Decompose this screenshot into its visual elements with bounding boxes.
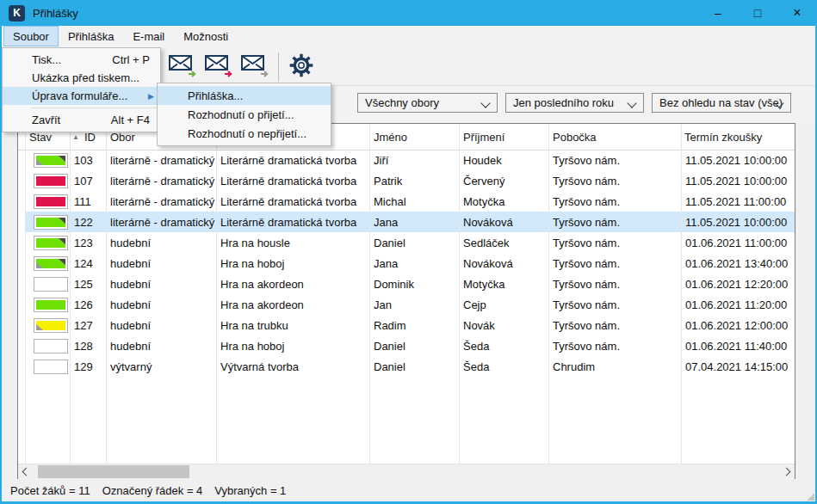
minimize-button[interactable]: –	[698, 0, 738, 26]
title-bar: K Přihlášky – □ ×	[0, 0, 817, 26]
filter-stav-select[interactable]: Bez ohledu na stav (vše)	[652, 93, 791, 113]
cell-stav	[25, 191, 70, 212]
cell-gutter	[18, 335, 25, 356]
cell-zamereni: Literárně dramatická tvorba	[216, 191, 369, 212]
cell-stav	[25, 150, 70, 170]
table-row[interactable]: 128hudebníHra na hobojDanielŠedaTyršovo …	[18, 335, 795, 356]
menu-email[interactable]: E-mail	[123, 26, 174, 46]
submenu-item-rozhodnuti-neprijeti[interactable]: Rozhodnutí o nepřijetí...	[158, 124, 331, 143]
filter-obor-select[interactable]: Všechny obory	[357, 93, 498, 113]
cell-prijmeni: Houdek	[459, 150, 548, 170]
filter-obor-value: Všechny obory	[365, 96, 439, 109]
send-email-button-1[interactable]	[165, 52, 200, 83]
send-email-button-2[interactable]	[201, 52, 236, 83]
status-swatch	[34, 339, 68, 353]
scrollbar-thumb[interactable]	[38, 465, 189, 478]
cell-stav	[25, 356, 70, 377]
cell-zamereni: Hra na housle	[216, 232, 369, 253]
header-termin[interactable]: Termín zkoušky	[681, 124, 795, 150]
menu-soubor[interactable]: Soubor	[3, 26, 59, 46]
horizontal-scrollbar[interactable]	[18, 464, 795, 479]
menu-moznosti[interactable]: Možnosti	[174, 26, 238, 46]
cell-termin: 11.05.2021 11:00:00	[681, 191, 795, 212]
cell-pobocka: Tyršovo nám.	[548, 253, 681, 274]
menu-item-uprava-formulare[interactable]: Úprava formuláře... ▶	[3, 87, 160, 105]
close-button[interactable]: ×	[777, 0, 817, 26]
table-row[interactable]: 103literárně - dramatickýLiterárně drama…	[18, 150, 795, 170]
cell-stav	[25, 294, 70, 315]
cell-jmeno: Patrik	[369, 170, 459, 191]
cell-obor: hudební	[106, 274, 216, 294]
cell-termin: 07.04.2021 14:15:00	[681, 356, 795, 377]
scroll-left-button[interactable]	[18, 464, 33, 479]
table-row[interactable]: 126hudebníHra na akordeonJanCejpTyršovo …	[18, 294, 795, 315]
settings-button[interactable]	[284, 52, 319, 83]
cell-pobocka: Tyršovo nám.	[548, 294, 681, 315]
cell-zamereni: Hra na akordeon	[216, 274, 369, 294]
menu-item-ukazka[interactable]: Ukázka před tiskem...	[3, 69, 160, 87]
cell-gutter	[18, 232, 25, 253]
filter-rok-select[interactable]: Jen posledního roku	[505, 93, 644, 113]
table-row[interactable]: 107literárně - dramatickýLiterárně drama…	[18, 170, 795, 191]
cell-zamereni: Literárně dramatická tvorba	[216, 150, 369, 170]
menu-separator	[32, 108, 157, 108]
cell-zamereni: Hra na hoboj	[216, 253, 369, 274]
cell-obor: literárně - dramatický	[106, 170, 216, 191]
table-row[interactable]: 125hudebníHra na akordeonDominikMotyčkaT…	[18, 274, 795, 294]
status-swatch	[34, 153, 68, 168]
scroll-right-button[interactable]	[780, 464, 795, 479]
cell-jmeno: Daniel	[369, 335, 459, 356]
maximize-button[interactable]: □	[738, 0, 777, 26]
menu-item-zavrit[interactable]: Zavřít Alt + F4	[3, 111, 160, 129]
cell-prijmeni: Nováková	[459, 253, 548, 274]
header-pobocka[interactable]: Pobočka	[548, 124, 681, 150]
status-oznaceny-radek: Označený řádek = 4	[102, 484, 203, 497]
toolbar-separator	[278, 52, 279, 82]
shortcut-zavrit: Alt + F4	[111, 114, 150, 126]
table-row[interactable]: 129výtvarnýVýtvarná tvorbaDanielŠedaChru…	[18, 356, 795, 377]
cell-jmeno: Jana	[369, 253, 459, 274]
cell-id: 125	[70, 274, 106, 294]
chevron-down-icon	[480, 98, 490, 108]
submenu-item-rozhodnuti-prijeti[interactable]: Rozhodnutí o přijetí...	[158, 105, 331, 124]
chevron-right-icon	[783, 468, 791, 476]
cell-gutter	[18, 170, 25, 191]
table-row[interactable]: 124hudebníHra na hobojJanaNovákováTyršov…	[18, 253, 795, 274]
submenu-arrow-icon: ▶	[148, 92, 154, 101]
submenu-item-prihlaska[interactable]: Přihláška...	[158, 86, 331, 105]
status-swatch	[34, 256, 68, 271]
table-row[interactable]: 127hudebníHra na trubkuRadimNovákTyršovo…	[18, 315, 795, 335]
table-row[interactable]: 123hudebníHra na housleDanielSedláčekTyr…	[18, 232, 795, 253]
status-bar: Počet žáků = 11 Označený řádek = 4 Vybra…	[2, 479, 815, 501]
cell-gutter	[18, 191, 25, 212]
table-row[interactable]: 111literárně - dramatickýLiterárně drama…	[18, 191, 795, 212]
cell-pobocka: Tyršovo nám.	[548, 150, 681, 170]
cell-pobocka: Tyršovo nám.	[548, 212, 681, 232]
cell-id: 129	[70, 356, 106, 377]
window-title: Přihlášky	[33, 7, 78, 20]
send-email-button-3[interactable]	[238, 52, 272, 83]
cell-stav	[25, 315, 70, 335]
menu-item-tisk[interactable]: Tisk... Ctrl + P	[3, 51, 160, 69]
cell-zamereni: Hra na trubku	[216, 315, 369, 335]
status-swatch	[34, 360, 68, 374]
cell-stav	[25, 274, 70, 294]
table-row[interactable]: 122literárně - dramatickýLiterárně drama…	[18, 212, 795, 232]
menu-prihlaska[interactable]: Přihláška	[59, 26, 123, 46]
cell-termin: 11.05.2021 10:00:00	[681, 150, 795, 170]
resize-grip[interactable]	[806, 492, 814, 501]
cell-pobocka: Tyršovo nám.	[548, 315, 681, 335]
cell-prijmeni: Šeda	[459, 335, 548, 356]
cell-jmeno: Dominik	[369, 274, 459, 294]
cell-id: 107	[70, 170, 106, 191]
header-jmeno[interactable]: Jméno	[369, 124, 459, 150]
header-prijmeni[interactable]: Příjmení	[459, 124, 548, 150]
menu-bar: Soubor Přihláška E-mail Možnosti	[2, 26, 815, 46]
status-pocet-zaku: Počet žáků = 11	[10, 484, 90, 497]
cell-pobocka: Tyršovo nám.	[548, 274, 681, 294]
cell-jmeno: Michal	[369, 191, 459, 212]
cell-termin: 01.06.2021 11:20:00	[681, 294, 795, 315]
cell-obor: hudební	[106, 294, 216, 315]
status-swatch	[34, 194, 68, 209]
filter-rok-value: Jen posledního roku	[513, 96, 614, 109]
